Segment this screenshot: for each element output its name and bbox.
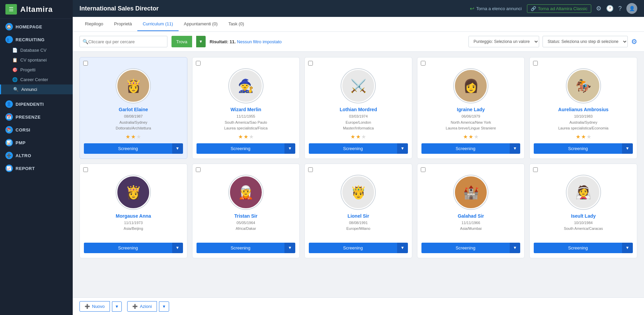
sidebar-item-recruiting[interactable]: 👥 RECRUITING [0,32,73,45]
azioni-button[interactable]: ➕ Azioni [127,301,157,312]
card-checkbox[interactable] [308,167,313,172]
candidate-name[interactable]: Morgause Anna [116,213,151,219]
card-checkbox[interactable] [533,167,538,172]
sidebar-item-corsi[interactable]: 📚 CORSI [0,122,73,135]
candidate-name[interactable]: Wizard Merlin [230,107,261,112]
screening-button[interactable]: Screening [197,243,285,253]
nuovo-dropdown-button[interactable]: ▼ [112,301,122,312]
candidate-name[interactable]: Tristan Sir [234,213,257,219]
card-checkbox[interactable] [421,167,426,172]
card-checkbox[interactable] [196,61,201,66]
sidebar-item-presenze[interactable]: 📅 PRESENZE [0,109,73,122]
candidate-info: 11/11/1966 Asia/Mumbai [460,220,482,232]
candidate-card: 🧝 Tristan Sir 05/05/1964 Africa/Dakar Sc… [192,164,300,258]
tab-curriculum[interactable]: Curriculum (11) [137,17,179,31]
screening-button[interactable]: Screening [84,143,172,154]
sidebar: ☰ Altamira 🏠 HOMEPAGE 👥 RECRUITING 📄 Dat… [0,0,73,315]
screening-button[interactable]: Screening [309,143,397,154]
sidebar-item-database-cv[interactable]: 📄 Database CV [0,45,73,55]
classic-link[interactable]: 🔗 Torna ad Altamira Classic [527,4,591,13]
screening-button[interactable]: Screening [421,243,510,253]
status-select[interactable]: Status: Seleziona uno step di selezione [543,36,628,47]
azioni-label: Azioni [140,304,152,309]
card-grid-row2: 👸 Morgause Anna 11/11/1973 Asia/Beijing … [79,164,637,258]
sidebar-item-dipendenti[interactable]: 👤 DIPENDENTI [0,96,73,109]
sidebar-item-homepage[interactable]: 🏠 HOMEPAGE [0,19,73,32]
settings-icon[interactable]: ⚙ [596,5,601,12]
screening-dropdown-button[interactable]: ▼ [510,143,521,154]
candidate-name[interactable]: Galahad Sir [458,213,484,219]
sidebar-item-pmp[interactable]: 📊 PMP [0,135,73,148]
sidebar-item-cv-spontanei[interactable]: 📋 CV spontanei [0,55,73,65]
hamburger-button[interactable]: ☰ [5,4,17,15]
candidate-name[interactable]: Aurelianus Ambrosius [558,107,608,112]
card-grid-container: 👸 Garlot Elaine 08/08/1987 Australia/Syd… [73,52,644,297]
help-icon[interactable]: ? [618,5,622,12]
screening-button[interactable]: Screening [309,243,397,253]
screening-button[interactable]: Screening [421,143,510,154]
tab-appuntamenti[interactable]: Appuntamenti (0) [179,17,223,31]
sidebar-item-progetti[interactable]: 🎯 Progetti [0,65,73,75]
history-icon[interactable]: 🕐 [606,5,614,12]
screening-dropdown-button[interactable]: ▼ [397,143,408,154]
search-input[interactable] [88,39,164,44]
tab-task[interactable]: Task (0) [223,17,249,31]
filter-settings-icon[interactable]: ⚙ [631,38,637,46]
screening-dropdown-button[interactable]: ▼ [510,243,521,253]
card-checkbox[interactable] [421,61,426,66]
sidebar-presenze-label: PRESENZE [16,115,41,120]
candidate-name[interactable]: Garlot Elaine [119,107,148,112]
screening-btn-wrap: Screening ▼ [84,143,183,154]
back-arrow-icon: ↩ [470,5,474,12]
star-rating: ★★★ [125,134,141,140]
candidate-info: 03/03/1974 Europe/London Master/Informat… [343,114,374,131]
tab-proprieta[interactable]: Proprietà [109,17,137,31]
punteggio-select[interactable]: Punteggio: Seleziona un valore [468,36,539,47]
candidate-info: 08/08/1991 Europe/Milano [346,220,370,232]
trova-dropdown-button[interactable]: ▼ [196,36,206,47]
candidate-name[interactable]: Igraine Lady [457,107,485,112]
card-checkbox[interactable] [196,167,201,172]
screening-button[interactable]: Screening [534,143,622,154]
screening-dropdown-button[interactable]: ▼ [172,243,183,253]
sidebar-item-career-center[interactable]: 🌐 Career Center [0,75,73,84]
screening-button[interactable]: Screening [534,243,622,253]
nuovo-button[interactable]: ➕ Nuovo [79,301,110,312]
candidate-card: 👸 Morgause Anna 11/11/1973 Asia/Beijing … [79,164,187,258]
screening-dropdown-button[interactable]: ▼ [284,243,295,253]
trova-button[interactable]: Trova [171,36,192,47]
candidate-name[interactable]: Lionel Sir [348,213,369,219]
sidebar-item-altro[interactable]: ➕ ALTRO [0,148,73,161]
avatar[interactable]: 👤 [626,3,637,14]
card-checkbox[interactable] [83,167,88,172]
card-checkbox[interactable] [83,61,88,66]
screening-dropdown-button[interactable]: ▼ [397,243,408,253]
avatar-img: 👩 [454,69,488,103]
azioni-plus-icon: ➕ [132,304,138,309]
tab-riepilogo[interactable]: Riepilogo [79,17,109,31]
back-link[interactable]: ↩ Torna a elenco annunci [470,5,522,12]
candidate-name[interactable]: Iseult Lady [571,213,596,219]
screening-button[interactable]: Screening [84,243,172,253]
screening-btn-wrap: Screening ▼ [309,243,408,253]
screening-dropdown-button[interactable]: ▼ [622,243,633,253]
screening-dropdown-button[interactable]: ▼ [284,143,295,154]
sidebar-item-report[interactable]: 📈 REPORT [0,161,73,173]
candidate-name[interactable]: Lothian Mordred [340,107,377,112]
annunci-icon: 🔍 [13,87,19,92]
screening-btn-wrap: Screening ▼ [197,143,296,154]
sidebar-item-annunci[interactable]: 🔍 Annunci [0,84,73,94]
no-filter-text: Nessun filtro impostato [237,39,282,44]
card-checkbox[interactable] [308,61,313,66]
screening-dropdown-button[interactable]: ▼ [622,143,633,154]
top-right-actions: 🔗 Torna ad Altamira Classic ⚙ 🕐 ? 👤 [527,3,637,14]
recruiting-submenu: 📄 Database CV 📋 CV spontanei 🎯 Progetti … [0,45,73,96]
screening-dropdown-button[interactable]: ▼ [172,143,183,154]
candidate-info: 08/08/1987 Australia/Sydney Dottorato/Ar… [116,114,151,131]
azioni-dropdown-button[interactable]: ▼ [159,301,169,312]
database-cv-icon: 📄 [12,48,18,53]
card-checkbox[interactable] [533,61,538,66]
screening-button[interactable]: Screening [197,143,285,154]
back-label: Torna a elenco annunci [476,6,522,11]
sidebar-recruiting-label: RECRUITING [16,37,45,42]
